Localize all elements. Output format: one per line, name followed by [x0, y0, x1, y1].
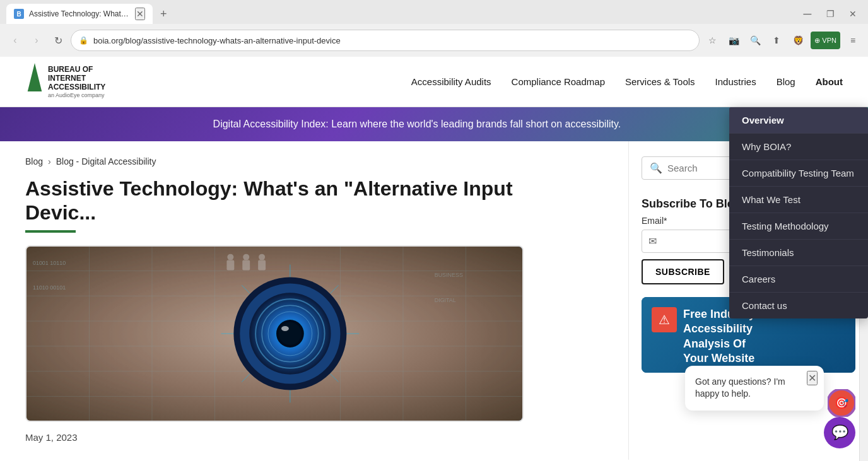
tab-title: Assistive Technology: What's a... [29, 9, 130, 18]
forward-button[interactable]: › [28, 32, 45, 49]
share-button[interactable]: ⬆ [768, 32, 785, 49]
browser-tab[interactable]: B Assistive Technology: What's a... ✕ [6, 4, 153, 24]
warning-icon: ⚠ [652, 307, 677, 332]
window-minimize-button[interactable]: ─ [799, 5, 816, 23]
breadcrumb-separator: › [48, 156, 51, 166]
svg-text:DIGITAL: DIGITAL [435, 297, 456, 303]
logo-line3: ACCESSIBILITY [48, 83, 105, 91]
svg-point-33 [281, 326, 289, 331]
main-nav: Accessibility Audits Compliance Roadmap … [411, 71, 843, 92]
svg-text:01001 10110: 01001 10110 [33, 259, 66, 266]
logo-line1: BUREAU OF [48, 65, 105, 74]
banner-text: Digital Accessibility Index: Learn where… [25, 119, 809, 130]
chat-bubble-close-button[interactable]: ✕ [807, 371, 818, 385]
svg-rect-1 [25, 91, 44, 101]
brave-button[interactable]: 🦁 [789, 32, 807, 49]
nav-compliance-roadmap[interactable]: Compliance Roadmap [512, 71, 605, 92]
url-input[interactable] [93, 36, 691, 45]
tab-favicon: B [14, 9, 24, 19]
back-button[interactable]: ‹ [6, 32, 24, 49]
svg-rect-20 [242, 260, 250, 270]
screenshot-button[interactable]: 📷 [725, 32, 742, 49]
vpn-button[interactable]: ⊕ VPN [811, 32, 840, 49]
logo-line2: INTERNET [48, 74, 105, 83]
logo-svg [25, 63, 44, 101]
svg-text:BUSINESS: BUSINESS [435, 272, 463, 278]
dropdown-item-compatibility[interactable]: Compatibility Testing Team [729, 160, 868, 187]
svg-point-23 [227, 254, 233, 260]
browser-tab-bar: B Assistive Technology: What's a... ✕ + … [0, 0, 868, 24]
tab-close-button[interactable]: ✕ [135, 8, 145, 20]
svg-text:🎯: 🎯 [835, 396, 849, 410]
dropdown-item-overview[interactable]: Overview [729, 107, 868, 134]
window-close-button[interactable]: ✕ [844, 5, 862, 23]
nav-about[interactable]: About [816, 71, 843, 92]
hero-svg: 01001 10110 11010 00101 BUSINESS DIGITAL [26, 247, 522, 421]
site-header: BUREAU OF INTERNET ACCESSIBILITY an Audi… [0, 57, 868, 107]
title-underline [25, 230, 76, 233]
breadcrumb-digital-accessibility[interactable]: Blog - Digital Accessibility [56, 156, 156, 166]
window-maximize-button[interactable]: ❐ [821, 5, 839, 23]
svg-point-19 [243, 254, 249, 260]
nav-accessibility-audits[interactable]: Accessibility Audits [411, 71, 491, 92]
chat-widget[interactable]: 💬 [824, 417, 855, 448]
reload-button[interactable]: ↻ [49, 32, 67, 49]
article-date: May 1, 2023 [25, 432, 603, 443]
article-title: Assistive Technology: What's an "Alterna… [25, 177, 568, 225]
search-extension-button[interactable]: 🔍 [746, 32, 764, 49]
dropdown-item-careers[interactable]: Careers [729, 266, 868, 293]
svg-rect-22 [258, 260, 266, 270]
nav-blog[interactable]: Blog [777, 71, 795, 92]
dropdown-item-testing-methodology[interactable]: Testing Methodology [729, 213, 868, 240]
hero-image: 01001 10110 11010 00101 BUSINESS DIGITAL [25, 245, 524, 422]
svg-point-21 [259, 254, 265, 260]
dropdown-item-testimonials[interactable]: Testimonials [729, 240, 868, 266]
content-area: Blog › Blog - Digital Accessibility Assi… [0, 141, 628, 460]
chat-widget-icon: 💬 [831, 424, 848, 441]
logo-text: BUREAU OF INTERNET ACCESSIBILITY an Audi… [48, 65, 105, 99]
site-logo[interactable]: BUREAU OF INTERNET ACCESSIBILITY an Audi… [25, 63, 105, 101]
dropdown-item-what-we-test[interactable]: What We Test [729, 187, 868, 213]
page-content: BUREAU OF INTERNET ACCESSIBILITY an Audi… [0, 57, 868, 461]
nav-industries[interactable]: Industries [715, 71, 756, 92]
about-dropdown: Overview Why BOIA? Compatibility Testing… [729, 107, 868, 318]
lock-icon: 🔒 [79, 36, 88, 45]
breadcrumb-blog[interactable]: Blog [25, 156, 43, 166]
chat-bubble: ✕ Got any questions? I'm happy to help. … [685, 366, 824, 411]
browser-nav-bar: ‹ › ↻ 🔒 ☆ 📷 🔍 ⬆ 🦁 ⊕ VPN ≡ [0, 24, 868, 57]
menu-button[interactable]: ≡ [844, 32, 862, 49]
browser-chrome: B Assistive Technology: What's a... ✕ + … [0, 0, 868, 57]
subscribe-button[interactable]: SUBSCRIBE [642, 259, 724, 284]
svg-point-32 [279, 322, 302, 345]
chat-avatar: 🎯 [828, 389, 855, 417]
new-tab-button[interactable]: + [155, 5, 172, 23]
address-bar[interactable]: 🔒 [71, 30, 700, 51]
dropdown-item-contact[interactable]: Contact us [729, 293, 868, 318]
browser-actions: ☆ 📷 🔍 ⬆ 🦁 ⊕ VPN ≡ [703, 32, 862, 49]
bookmark-button[interactable]: ☆ [703, 32, 721, 49]
logo-sub: an AudioEye company [48, 92, 105, 99]
search-icon: 🔍 [650, 162, 662, 174]
email-icon: ✉ [648, 235, 657, 247]
svg-rect-24 [226, 260, 234, 270]
dropdown-item-why-boia[interactable]: Why BOIA? [729, 134, 868, 160]
chat-bubble-text: Got any questions? I'm happy to help. [695, 376, 814, 400]
breadcrumb: Blog › Blog - Digital Accessibility [25, 156, 603, 166]
hero-image-inner: 01001 10110 11010 00101 BUSINESS DIGITAL [26, 247, 522, 421]
nav-services-tools[interactable]: Services & Tools [625, 71, 695, 92]
svg-text:11010 00101: 11010 00101 [33, 284, 66, 291]
